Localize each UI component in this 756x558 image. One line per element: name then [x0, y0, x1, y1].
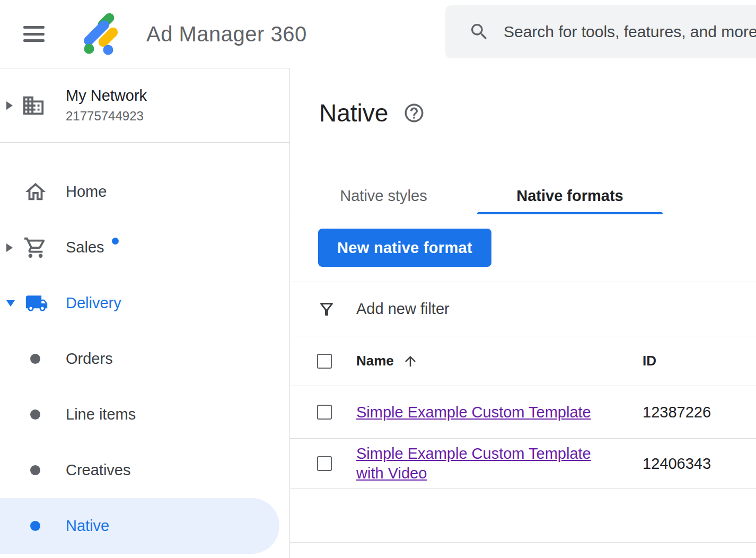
sidebar-item-label: Delivery	[66, 294, 121, 312]
sidebar-item-label: Home	[66, 183, 107, 200]
bullet-icon	[30, 409, 40, 420]
sidebar-item-label: Native	[66, 517, 109, 535]
row-checkbox[interactable]	[317, 456, 332, 471]
row-checkbox[interactable]	[317, 405, 332, 420]
app-title: Ad Manager 360	[146, 22, 307, 46]
id-column-header: ID	[643, 353, 656, 369]
expand-arrow-icon	[6, 243, 13, 252]
select-all-checkbox[interactable]	[317, 354, 332, 369]
native-format-link[interactable]: Simple Example Custom Template with Vide…	[356, 445, 591, 482]
sidebar-item-creatives[interactable]: Creatives	[0, 442, 289, 498]
table-bottom-divider	[290, 542, 756, 543]
sidebar-item-orders[interactable]: Orders	[0, 331, 289, 387]
sidebar-item-home[interactable]: Home	[0, 164, 289, 220]
expand-arrow-icon	[6, 101, 13, 110]
bullet-icon	[30, 465, 40, 475]
sidebar-item-label: Creatives	[66, 461, 131, 479]
network-selector[interactable]: My Network 21775744923	[0, 68, 289, 143]
add-filter-label: Add new filter	[356, 300, 450, 318]
cart-icon	[23, 236, 48, 260]
main-content: Native Native styles Native formats New …	[290, 68, 756, 558]
native-format-id: 12406343	[643, 455, 711, 473]
new-native-format-button[interactable]: New native format	[318, 229, 491, 267]
sort-ascending-icon	[402, 353, 418, 369]
name-column-header[interactable]: Name	[356, 353, 613, 369]
collapse-arrow-icon	[6, 300, 15, 307]
top-bar: Ad Manager 360	[0, 0, 756, 68]
tab-native-formats[interactable]: Native formats	[477, 178, 663, 214]
sidebar-item-sales[interactable]: Sales	[0, 220, 289, 275]
sidebar-nav: Home Sales Delivery Orders	[0, 143, 289, 554]
network-building-icon	[21, 93, 46, 118]
search-icon	[469, 21, 490, 42]
home-icon	[23, 180, 48, 204]
bullet-icon	[30, 354, 40, 364]
bullet-icon	[30, 521, 40, 531]
sidebar-item-label: Orders	[66, 350, 113, 368]
search-input[interactable]	[504, 23, 756, 41]
network-name: My Network	[66, 87, 147, 104]
search-bar[interactable]	[445, 5, 756, 58]
active-tab-underline	[477, 212, 663, 214]
native-format-id: 12387226	[643, 404, 711, 421]
network-id: 21775744923	[66, 109, 147, 124]
sidebar-item-line-items[interactable]: Line items	[0, 387, 289, 442]
sales-notification-dot	[112, 238, 119, 245]
native-format-link[interactable]: Simple Example Custom Template	[356, 404, 591, 421]
page-title: Native	[319, 99, 388, 127]
tab-native-styles[interactable]: Native styles	[290, 178, 477, 214]
name-header-label: Name	[356, 353, 394, 369]
table-empty-row	[290, 489, 756, 542]
table-header-row: Name ID	[290, 336, 756, 386]
table-row: Simple Example Custom Template 12387226	[290, 386, 756, 438]
sidebar-item-delivery[interactable]: Delivery	[0, 275, 289, 331]
id-header-label: ID	[643, 353, 656, 369]
native-formats-table: Add new filter Name ID	[290, 282, 756, 558]
tab-bar: Native styles Native formats	[290, 178, 756, 214]
add-filter-bar[interactable]: Add new filter	[290, 282, 756, 336]
truck-icon	[23, 292, 50, 315]
tab-label: Native formats	[516, 187, 623, 205]
ad-manager-logo-icon	[78, 11, 125, 57]
sidebar-item-native[interactable]: Native	[0, 498, 279, 554]
tab-label: Native styles	[340, 187, 427, 205]
table-row: Simple Example Custom Template with Vide…	[290, 438, 756, 489]
filter-icon	[317, 300, 336, 319]
sidebar: My Network 21775744923 Home Sales	[0, 68, 290, 558]
help-icon[interactable]	[403, 102, 425, 124]
sidebar-item-label: Line items	[66, 406, 136, 423]
sidebar-item-label: Sales	[66, 239, 104, 256]
menu-icon[interactable]	[23, 26, 45, 42]
